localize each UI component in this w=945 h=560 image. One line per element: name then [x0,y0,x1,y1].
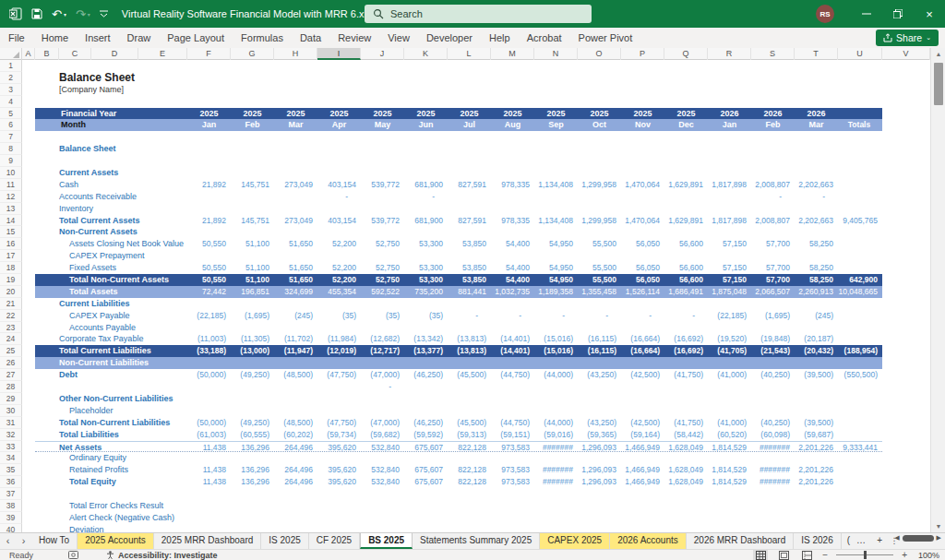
cell[interactable]: (60,098) [751,429,795,441]
cell[interactable]: 539,772 [361,179,404,191]
column-header-P[interactable]: P [621,48,664,60]
cell[interactable] [882,179,930,191]
row-label[interactable]: Assets Closing Net Book Value [35,238,187,250]
totals-cell[interactable] [187,155,232,167]
totals-cell[interactable] [187,60,232,72]
cell[interactable] [361,191,404,203]
row-label[interactable]: Total Non-Current Liabilities [35,417,187,429]
scroll-left-icon[interactable]: ◀ [894,534,899,542]
cell[interactable]: (58,442) [664,429,708,441]
row-label[interactable]: Fixed Assets [35,262,187,274]
ribbon-tab-insert[interactable]: Insert [77,28,119,48]
cell[interactable]: 403,154 [317,215,361,227]
row-label[interactable]: Current Assets [35,167,187,179]
column-header-C[interactable]: C [59,48,91,60]
cell[interactable]: (49,250) [231,417,274,429]
cell[interactable]: (41,705) [708,345,751,357]
cell[interactable]: (11,305) [231,333,274,345]
cell[interactable]: (16,664) [621,345,664,357]
year-header-cell[interactable]: 2025 [317,108,361,120]
cell[interactable]: 52,200 [317,274,361,286]
month-header-cell[interactable]: Feb [751,119,795,131]
cell[interactable]: 827,591 [448,179,491,191]
cell[interactable]: (16,664) [621,333,664,345]
cell[interactable]: 1,466,949 [621,442,664,452]
cell[interactable] [621,191,664,203]
cell[interactable] [882,393,930,405]
cell[interactable]: 57,150 [708,274,751,286]
cell[interactable]: (1,695) [751,310,795,322]
cell[interactable] [22,357,35,369]
row-label[interactable]: Alert Check (Negative Cash) [35,512,187,524]
cell[interactable] [22,322,35,334]
cell[interactable]: 2,201,226 [795,464,838,476]
cell[interactable] [22,250,35,262]
cell[interactable]: (12,717) [361,345,404,357]
ribbon-tab-acrobat[interactable]: Acrobat [519,28,570,48]
page-layout-view-button[interactable] [776,550,791,560]
cell[interactable]: 1,299,958 [578,215,621,227]
cell[interactable] [22,215,35,227]
cell[interactable]: 1,629,891 [664,215,708,227]
cell[interactable]: (48,500) [274,417,317,429]
cell[interactable] [22,262,35,274]
row-number[interactable]: 9 [0,155,22,167]
row-label[interactable]: Debt [35,369,187,381]
cell[interactable]: 53,300 [404,274,448,286]
cell[interactable]: 1,134,408 [534,215,578,227]
year-header-cell[interactable]: 2025 [274,108,317,120]
cell[interactable]: 675,607 [404,464,448,476]
scroll-right-icon[interactable]: ▶ [937,534,941,542]
row-label[interactable]: Other Non-Current Liabilities [35,393,187,405]
column-header-D[interactable]: D [91,48,138,60]
cell[interactable]: ####### [751,476,795,488]
row-label[interactable]: Corporate Tax Payable [35,333,187,345]
cell[interactable]: (59,016) [534,429,578,441]
cell[interactable]: (39,500) [795,417,838,429]
cell[interactable]: 54,400 [491,262,534,274]
sheet-tab-2026-accounts[interactable]: 2026 Accounts [610,533,687,549]
scroll-up-icon[interactable]: ▲ [931,48,945,60]
cell[interactable] [751,381,795,393]
cell[interactable] [22,226,35,238]
cell[interactable]: 264,496 [274,476,317,488]
row-label[interactable] [35,155,187,167]
cell[interactable]: 1,628,049 [664,464,708,476]
column-header-B[interactable]: B [35,48,59,60]
totals-cell[interactable] [838,179,882,191]
row-label[interactable]: Total Non-Current Assets [35,274,187,286]
cell[interactable]: (60,555) [231,429,274,441]
cell[interactable]: 1,526,114 [621,286,664,298]
cell[interactable]: 395,620 [317,476,361,488]
cell[interactable]: 822,128 [448,476,491,488]
totals-cell[interactable] [838,417,882,429]
cell[interactable]: (41,750) [664,417,708,429]
cell[interactable]: 57,150 [708,238,751,250]
cell[interactable]: 273,049 [274,215,317,227]
cell[interactable] [882,429,930,441]
cell[interactable] [22,238,35,250]
row-label[interactable]: Total Current Assets [35,215,187,227]
totals-cell[interactable] [187,84,232,96]
cell[interactable]: (61,003) [187,429,231,441]
cell[interactable] [882,357,930,369]
sheet-nav-right-icon[interactable]: › [16,533,31,549]
cell[interactable]: (14,401) [491,333,534,345]
cell[interactable] [22,405,35,417]
cell[interactable]: 675,607 [404,476,448,488]
cell[interactable]: - [491,310,534,322]
cell[interactable]: 1,814,529 [708,442,751,452]
row-label[interactable]: Balance Sheet [35,143,187,155]
row-number[interactable]: 23 [0,322,22,334]
column-header-E[interactable]: E [138,48,187,60]
row-number[interactable]: 37 [0,488,22,500]
year-header-cell[interactable]: 2025 [534,108,578,120]
cell[interactable]: 2,202,663 [795,179,838,191]
cell[interactable]: 324,699 [274,286,317,298]
cell[interactable] [882,119,930,131]
sheet-tab-bs-2025[interactable]: BS 2025 [360,533,413,549]
cell[interactable]: ####### [534,442,578,452]
cell[interactable] [22,393,35,405]
sheet-tab-statements-summary-2025[interactable]: Statements Summary 2025 [413,533,540,549]
restore-button[interactable] [882,0,914,28]
